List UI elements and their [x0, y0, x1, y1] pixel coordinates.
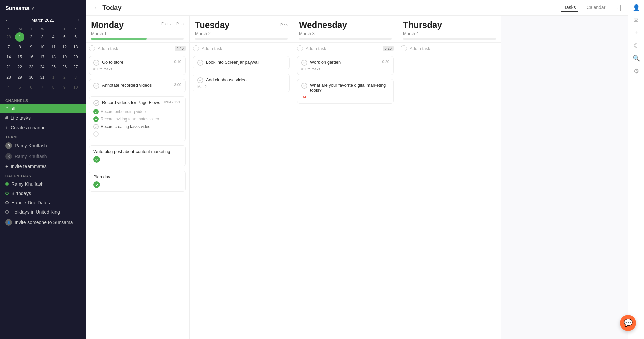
cal-day-29[interactable]: 29 — [15, 72, 24, 82]
cal-day-25[interactable]: 25 — [49, 62, 58, 72]
check-subtask-inviting[interactable] — [93, 116, 99, 122]
cal-day-2[interactable]: 2 — [26, 32, 36, 42]
cal-day-30[interactable]: 30 — [26, 72, 36, 82]
cal-day-apr10[interactable]: 10 — [71, 83, 80, 92]
cal-day-23[interactable]: 23 — [26, 62, 36, 72]
invite-teammates-button[interactable]: + Invite teammates — [0, 162, 86, 171]
cal-day-apr3[interactable]: 3 — [71, 72, 80, 82]
sidebar-item-life-tasks[interactable]: # Life tasks — [0, 113, 86, 123]
task-write-blog[interactable]: Write blog post about content marketing — [89, 145, 186, 166]
calendar-due-dates[interactable]: Handle Due Dates — [0, 198, 86, 207]
tab-calendar[interactable]: Calendar — [584, 3, 608, 12]
cal-day-apr2[interactable]: 2 — [60, 72, 69, 82]
user-icon[interactable]: 👤 — [633, 4, 640, 11]
next-month-button[interactable]: › — [76, 17, 82, 23]
subtask-empty[interactable] — [93, 130, 181, 138]
cal-day-24[interactable]: 24 — [38, 62, 47, 72]
check-plan-day[interactable] — [93, 181, 100, 188]
cal-day-9[interactable]: 9 — [26, 42, 36, 52]
cal-day-apr6[interactable]: 6 — [26, 83, 36, 92]
cal-day-apr9[interactable]: 9 — [60, 83, 69, 92]
prev-month-button[interactable]: ‹ — [4, 17, 10, 23]
cal-day-8[interactable]: 8 — [15, 42, 24, 52]
team-member-2[interactable]: R Ramy Khuffash — [0, 151, 86, 162]
task-clubhouse[interactable]: Add clubhouse video Mar 2 — [193, 74, 290, 92]
cal-day-4[interactable]: 4 — [49, 32, 58, 42]
cal-day-12[interactable]: 12 — [60, 42, 69, 52]
cal-day-16[interactable]: 16 — [26, 52, 36, 62]
cal-day-18[interactable]: 18 — [49, 52, 58, 62]
monday-plan-badge[interactable]: Plan — [176, 22, 184, 26]
cal-day-19[interactable]: 19 — [60, 52, 69, 62]
check-annotate[interactable] — [93, 83, 99, 89]
check-screenjar[interactable] — [197, 60, 203, 66]
cal-day-apr4[interactable]: 4 — [4, 83, 13, 92]
cal-day-apr5[interactable]: 5 — [15, 83, 24, 92]
cal-day-6[interactable]: 6 — [71, 32, 80, 42]
thursday-add-task[interactable]: + Add a task — [397, 43, 501, 54]
cal-day[interactable]: 28 — [4, 32, 13, 42]
check-go-to-store[interactable] — [93, 60, 99, 66]
check-record-videos[interactable] — [93, 100, 99, 106]
cal-day-26[interactable]: 26 — [60, 62, 69, 72]
cal-day-10[interactable]: 10 — [38, 42, 47, 52]
task-screenjar[interactable]: Look into Screenjar paywall — [193, 56, 290, 69]
collapse-right-button[interactable]: →| — [613, 4, 621, 11]
cal-day-11[interactable]: 11 — [49, 42, 58, 52]
cal-day-3[interactable]: 3 — [38, 32, 47, 42]
subtask-inviting[interactable]: Record inviting teammates video — [93, 115, 181, 123]
tuesday-add-task[interactable]: + Add a task — [190, 43, 293, 54]
add-column-icon[interactable]: + — [634, 30, 638, 37]
subtask-onboarding[interactable]: Record onboarding video — [93, 108, 181, 115]
check-marketing-tools[interactable] — [301, 83, 307, 89]
cal-day-apr8[interactable]: 8 — [49, 83, 58, 92]
calendar-holidays[interactable]: Holidays in United King — [0, 207, 86, 217]
task-garden[interactable]: Work on garden 0:20 # Life tasks — [297, 56, 394, 75]
check-write-blog[interactable] — [93, 156, 100, 163]
check-subtask-onboarding[interactable] — [93, 109, 99, 114]
check-clubhouse[interactable] — [197, 77, 203, 83]
search-icon[interactable]: 🔍 — [633, 55, 640, 62]
invite-sunsama-button[interactable]: 👤 Invite someone to Sunsama — [0, 217, 86, 228]
monday-add-task[interactable]: + Add a task 4:40 — [86, 43, 189, 54]
task-plan-day[interactable]: Plan day — [89, 171, 186, 192]
cal-day-31[interactable]: 31 — [38, 72, 47, 82]
moon-icon[interactable]: ☾ — [634, 42, 639, 49]
cal-day-20[interactable]: 20 — [71, 52, 80, 62]
month-title: March 2021 — [10, 18, 76, 23]
cal-day-1[interactable]: 1 — [15, 32, 24, 42]
tab-tasks[interactable]: Tasks — [561, 3, 579, 12]
create-channel-button[interactable]: + Create a channel — [0, 123, 86, 132]
subtask-list-record: Record onboarding video Record inviting … — [93, 108, 181, 138]
collapse-sidebar-button[interactable]: |← — [92, 5, 99, 11]
cal-day-apr1[interactable]: 1 — [49, 72, 58, 82]
wednesday-add-task[interactable]: + Add a task 0:20 — [293, 43, 397, 54]
cal-day-15[interactable]: 15 — [15, 52, 24, 62]
cal-day-27[interactable]: 27 — [71, 62, 80, 72]
monday-focus-badge[interactable]: Focus — [161, 22, 171, 26]
settings-icon[interactable]: ⚙ — [634, 67, 639, 75]
subtask-creating[interactable]: Record creating tasks video — [93, 123, 181, 130]
mail-icon[interactable]: ✉ — [634, 17, 639, 24]
task-record-videos[interactable]: Record videos for Page Flows 0:04 / 1:30… — [89, 96, 186, 141]
tuesday-plan-badge[interactable]: Plan — [280, 23, 288, 27]
calendar-ramy[interactable]: Ramy Khuffash — [0, 179, 86, 189]
cal-day-21[interactable]: 21 — [4, 62, 13, 72]
chat-bubble[interactable]: 💬 — [620, 315, 636, 331]
cal-day-22[interactable]: 22 — [15, 62, 24, 72]
task-annotate-videos[interactable]: Annotate recorded videos 3:00 — [89, 79, 186, 92]
cal-day-28[interactable]: 28 — [4, 72, 13, 82]
cal-day-5[interactable]: 5 — [60, 32, 69, 42]
check-garden[interactable] — [301, 60, 307, 66]
cal-day-apr7[interactable]: 7 — [38, 83, 47, 92]
check-subtask-creating[interactable] — [93, 124, 99, 129]
task-go-to-store[interactable]: Go to store 0:10 # Life tasks — [89, 56, 186, 75]
cal-day-7[interactable]: 7 — [4, 42, 13, 52]
task-marketing-tools[interactable]: What are your favorite digital marketing… — [297, 79, 394, 104]
cal-day-13[interactable]: 13 — [71, 42, 80, 52]
cal-day-17[interactable]: 17 — [38, 52, 47, 62]
team-member-1[interactable]: R Ramy Khuffash — [0, 140, 86, 151]
cal-day-14[interactable]: 14 — [4, 52, 13, 62]
calendar-birthdays[interactable]: Birthdays — [0, 189, 86, 198]
sidebar-item-all[interactable]: # all — [0, 104, 86, 113]
